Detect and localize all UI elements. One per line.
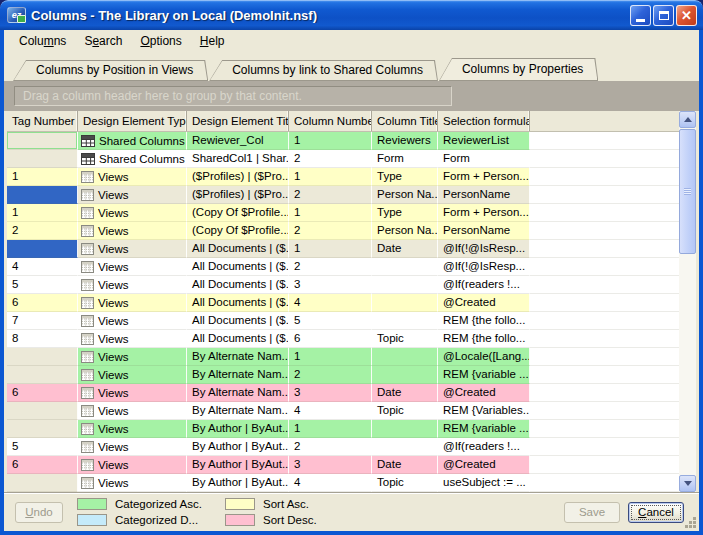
cell-design-element-type[interactable]: Views xyxy=(78,384,187,402)
cell-design-element-title[interactable]: All Documents | ($... xyxy=(187,294,289,312)
cell-column-title[interactable]: Date xyxy=(372,240,438,258)
save-button[interactable]: Save xyxy=(564,502,620,523)
tab-columns-by-position-in-views[interactable]: Columns by Position in Views xyxy=(13,60,208,81)
menu-item-search[interactable]: Search xyxy=(75,31,131,51)
table-row[interactable]: 1Views(Copy Of $Profile...1TypeForm + Pe… xyxy=(7,204,679,222)
cell-design-element-title[interactable]: By Author | ByAut... xyxy=(187,420,289,438)
cell-design-element-type[interactable]: Views xyxy=(78,456,187,474)
cell-selection-formula[interactable]: REM {the follo... xyxy=(438,312,530,330)
cell-tag-number[interactable]: 5 xyxy=(7,276,78,294)
cell-design-element-title[interactable]: By Alternate Nam... xyxy=(187,402,289,420)
cell-selection-formula[interactable]: Form xyxy=(438,150,530,168)
cell-design-element-type[interactable]: Views xyxy=(78,474,187,492)
menu-item-columns[interactable]: Columns xyxy=(10,31,75,51)
table-row[interactable]: ViewsBy Author | ByAut...4TopicuseSubjec… xyxy=(7,474,679,492)
cell-tag-number[interactable]: 1 xyxy=(7,168,78,186)
cell-tag-number[interactable]: 8 xyxy=(7,330,78,348)
table-row[interactable]: Views($Profiles) | ($Pro...2Person Na...… xyxy=(7,186,679,204)
cell-column-number[interactable]: 1 xyxy=(289,420,372,438)
cell-tag-number[interactable] xyxy=(7,186,78,204)
cell-column-title[interactable] xyxy=(372,312,438,330)
table-row[interactable]: 6ViewsBy Alternate Nam...3Date@Created xyxy=(7,384,679,402)
cell-selection-formula[interactable]: ReviewerList xyxy=(438,132,530,150)
undo-button[interactable]: Undo xyxy=(15,502,63,523)
cell-column-number[interactable]: 3 xyxy=(289,384,372,402)
cell-selection-formula[interactable]: PersonName xyxy=(438,186,530,204)
cell-column-title[interactable] xyxy=(372,438,438,456)
cell-selection-formula[interactable]: REM {the follo... xyxy=(438,330,530,348)
cell-design-element-type[interactable]: Views xyxy=(78,240,187,258)
table-row[interactable]: 5ViewsBy Author | ByAut...2@If(readers !… xyxy=(7,438,679,456)
cell-column-title[interactable]: Date xyxy=(372,456,438,474)
cell-design-element-title[interactable]: All Documents | ($... xyxy=(187,276,289,294)
table-row[interactable]: 6ViewsBy Author | ByAut...3Date@Created xyxy=(7,456,679,474)
cell-design-element-title[interactable]: By Author | ByAut... xyxy=(187,474,289,492)
cell-selection-formula[interactable]: REM {variable ... xyxy=(438,366,530,384)
cell-selection-formula[interactable]: @If(readers !... xyxy=(438,438,530,456)
cell-design-element-type[interactable]: Views xyxy=(78,204,187,222)
cell-design-element-title[interactable]: By Author | ByAut... xyxy=(187,438,289,456)
cell-design-element-title[interactable]: Rewiever_Col xyxy=(187,132,289,150)
cell-column-number[interactable]: 1 xyxy=(289,348,372,366)
cell-design-element-type[interactable]: Views xyxy=(78,186,187,204)
vertical-scrollbar[interactable] xyxy=(679,111,696,492)
cell-design-element-type[interactable]: Shared Columns xyxy=(78,150,187,168)
cell-tag-number[interactable] xyxy=(7,348,78,366)
column-header-design-element-title[interactable]: Design Element Title xyxy=(187,111,289,131)
resize-grip[interactable] xyxy=(683,515,697,529)
table-row[interactable]: 2Views(Copy Of $Profile...2Person Na...P… xyxy=(7,222,679,240)
cell-tag-number[interactable]: 7 xyxy=(7,312,78,330)
cell-column-title[interactable] xyxy=(372,348,438,366)
cell-column-number[interactable]: 1 xyxy=(289,240,372,258)
cell-column-number[interactable]: 2 xyxy=(289,222,372,240)
cell-selection-formula[interactable]: PersonName xyxy=(438,222,530,240)
scrollbar-track[interactable] xyxy=(679,255,696,475)
table-row[interactable]: ViewsBy Alternate Nam...1@Locale([Lang..… xyxy=(7,348,679,366)
cell-selection-formula[interactable]: Form + Person... xyxy=(438,204,530,222)
cell-column-title[interactable] xyxy=(372,420,438,438)
cell-tag-number[interactable] xyxy=(7,240,78,258)
cell-design-element-type[interactable]: Shared Columns xyxy=(78,132,187,150)
cell-column-title[interactable]: Person Na... xyxy=(372,222,438,240)
cell-column-number[interactable]: 1 xyxy=(289,132,372,150)
cell-tag-number[interactable] xyxy=(7,132,78,150)
cell-column-title[interactable]: Type xyxy=(372,204,438,222)
table-row[interactable]: 5ViewsAll Documents | ($...3@If(readers … xyxy=(7,276,679,294)
cell-column-number[interactable]: 1 xyxy=(289,204,372,222)
column-header-tag-number[interactable]: Tag Number xyxy=(7,111,78,131)
table-row[interactable]: Shared ColumnsSharedCol1 | Shar...2FormF… xyxy=(7,150,679,168)
cell-design-element-title[interactable]: By Author | ByAut... xyxy=(187,456,289,474)
column-header-selection-formula[interactable]: Selection formula xyxy=(438,111,530,131)
cell-column-title[interactable]: Person Na... xyxy=(372,186,438,204)
cell-design-element-title[interactable]: (Copy Of $Profile... xyxy=(187,204,289,222)
cell-design-element-type[interactable]: Views xyxy=(78,312,187,330)
table-row[interactable]: 7ViewsAll Documents | ($...5REM {the fol… xyxy=(7,312,679,330)
cell-column-number[interactable]: 2 xyxy=(289,186,372,204)
cell-column-title[interactable]: Form xyxy=(372,150,438,168)
cell-design-element-title[interactable]: SharedCol1 | Shar... xyxy=(187,150,289,168)
column-header-column-title[interactable]: Column Title xyxy=(372,111,438,131)
cell-design-element-title[interactable]: (Copy Of $Profile... xyxy=(187,222,289,240)
cell-design-element-title[interactable]: All Documents | ($... xyxy=(187,258,289,276)
cell-design-element-type[interactable]: Views xyxy=(78,438,187,456)
cell-tag-number[interactable] xyxy=(7,150,78,168)
cell-tag-number[interactable]: 6 xyxy=(7,456,78,474)
close-button[interactable]: ✕ xyxy=(676,5,697,26)
tab-columns-by-properties[interactable]: Columns by Properties xyxy=(439,58,598,81)
cell-column-title[interactable] xyxy=(372,294,438,312)
cell-selection-formula[interactable]: useSubject := ... xyxy=(438,474,530,492)
scrollbar-thumb[interactable] xyxy=(679,129,696,254)
cell-design-element-type[interactable]: Views xyxy=(78,168,187,186)
scrollbar-down-button[interactable] xyxy=(679,475,696,492)
cell-design-element-title[interactable]: By Alternate Nam... xyxy=(187,348,289,366)
cell-column-title[interactable]: Type xyxy=(372,168,438,186)
cell-selection-formula[interactable]: @If(readers !... xyxy=(438,276,530,294)
cell-design-element-type[interactable]: Views xyxy=(78,402,187,420)
cell-tag-number[interactable]: 6 xyxy=(7,384,78,402)
cell-design-element-type[interactable]: Views xyxy=(78,420,187,438)
cell-column-title[interactable] xyxy=(372,258,438,276)
cell-column-number[interactable]: 2 xyxy=(289,366,372,384)
cell-selection-formula[interactable]: @Created xyxy=(438,456,530,474)
cell-column-title[interactable]: Topic xyxy=(372,474,438,492)
cell-column-number[interactable]: 5 xyxy=(289,312,372,330)
